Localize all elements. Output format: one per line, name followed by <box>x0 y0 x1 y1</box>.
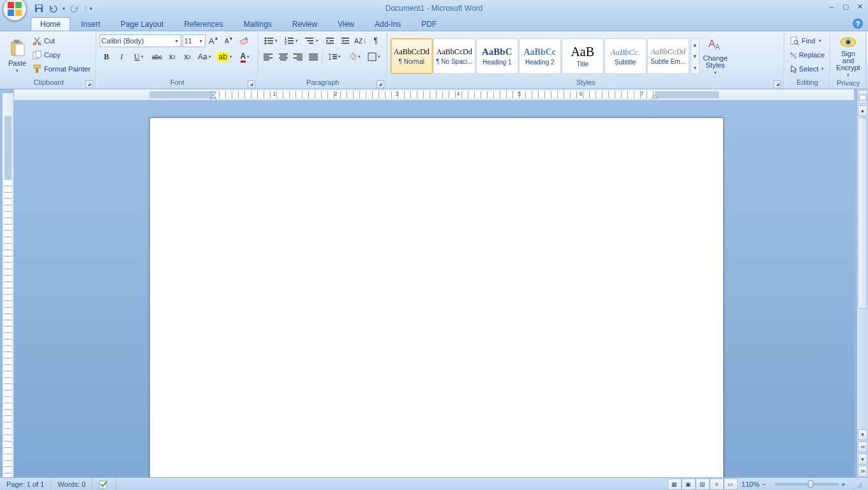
tab-mailings[interactable]: Mailings <box>234 17 281 31</box>
prev-page-button[interactable]: ≪ <box>858 442 867 452</box>
qat-undo-dropdown[interactable]: ▼ <box>61 6 66 11</box>
scroll-up-button[interactable]: ▲ <box>858 105 867 116</box>
proofing-status[interactable] <box>93 478 116 490</box>
tab-insert[interactable]: Insert <box>71 17 110 31</box>
align-right-button[interactable] <box>292 50 305 64</box>
tab-home[interactable]: Home <box>31 17 70 31</box>
font-launcher[interactable]: ◢ <box>248 80 255 88</box>
style-heading-1[interactable]: AaBbCHeading 1 <box>476 38 518 74</box>
minimize-button[interactable]: – <box>827 3 836 10</box>
right-indent-marker-icon[interactable] <box>652 95 658 101</box>
paste-button[interactable]: Paste ▾ <box>4 34 30 78</box>
bullets-button[interactable]: ▾ <box>262 34 281 48</box>
select-button[interactable]: Select▾ <box>788 62 827 76</box>
sign-encrypt-button[interactable]: Sign and Encrypt▾ <box>834 34 863 79</box>
tab-add-ins[interactable]: Add-Ins <box>365 17 410 31</box>
help-button[interactable]: ? <box>853 19 863 29</box>
format-painter-button[interactable]: Format Painter <box>30 62 93 76</box>
grow-font-button[interactable]: A▲ <box>207 34 221 48</box>
font-family-select[interactable]: Calibri (Body)▼ <box>100 34 181 47</box>
qat-customize-dropdown[interactable]: ▼ <box>86 6 91 11</box>
vertical-ruler[interactable] <box>3 93 14 477</box>
bold-button[interactable]: B <box>100 50 114 64</box>
font-family-value: Calibri (Body) <box>101 37 144 45</box>
find-button[interactable]: Find▾ <box>788 34 827 48</box>
proofing-icon <box>99 480 109 489</box>
styles-launcher[interactable]: ◢ <box>774 80 781 88</box>
replace-button[interactable]: abReplace <box>788 48 827 62</box>
cut-button[interactable]: Cut <box>30 34 93 48</box>
zoom-level[interactable]: 110% <box>742 480 760 488</box>
web-layout-view[interactable]: ▤ <box>696 479 710 490</box>
indent-marker-icon[interactable] <box>210 89 216 101</box>
vertical-scrollbar[interactable]: ▲ ▼ ≪ ● ≫ <box>857 89 868 477</box>
style-subtle-em-[interactable]: AaBbCcDdSubtle Em... <box>647 38 689 74</box>
tab-view[interactable]: View <box>328 17 364 31</box>
paragraph-launcher[interactable]: ◢ <box>377 80 384 88</box>
font-color-button[interactable]: A▾ <box>236 50 255 64</box>
tab-references[interactable]: References <box>174 17 232 31</box>
zoom-slider[interactable] <box>775 483 839 486</box>
style-heading-2[interactable]: AaBbCcHeading 2 <box>519 38 561 74</box>
copy-button[interactable]: Copy <box>30 48 93 62</box>
numbering-button[interactable]: 123▾ <box>282 34 301 48</box>
scroll-down-button[interactable]: ▼ <box>858 429 867 440</box>
increase-indent-button[interactable] <box>338 34 352 48</box>
page[interactable] <box>149 117 724 477</box>
show-hide-button[interactable]: ¶ <box>369 34 383 48</box>
style-preview: AaBbC <box>482 47 513 57</box>
scroll-thumb[interactable] <box>858 117 867 309</box>
zoom-thumb[interactable] <box>808 480 813 488</box>
style-title[interactable]: AaBTitle <box>562 38 604 74</box>
ruler-toggle-button[interactable] <box>858 90 867 104</box>
change-case-button[interactable]: Aa▾ <box>196 50 215 64</box>
shrink-font-button[interactable]: A▼ <box>222 34 236 48</box>
line-spacing-button[interactable]: ▾ <box>326 50 344 64</box>
zoom-out-button[interactable]: − <box>762 480 772 488</box>
subscript-button[interactable]: x2 <box>165 50 179 64</box>
shading-button[interactable]: ▾ <box>345 50 364 64</box>
ruler-mark: 2 <box>334 91 337 97</box>
change-styles-button[interactable]: AA Change Styles▾ <box>701 36 730 77</box>
align-left-button[interactable] <box>262 50 275 64</box>
align-center-button[interactable] <box>276 50 290 64</box>
horizontal-ruler[interactable]: 1234567 <box>14 89 854 101</box>
highlight-button[interactable]: ab▾ <box>216 50 235 64</box>
qat-save-button[interactable] <box>33 3 45 14</box>
resize-grip[interactable] <box>855 480 867 488</box>
print-layout-view[interactable]: ▦ <box>668 479 682 490</box>
close-button[interactable]: ✕ <box>855 3 864 10</box>
style--normal[interactable]: AaBbCcDd¶ Normal <box>391 38 433 74</box>
clipboard-launcher[interactable]: ◢ <box>86 80 93 88</box>
justify-button[interactable] <box>306 50 320 64</box>
italic-button[interactable]: I <box>115 50 129 64</box>
outline-view[interactable]: ≡ <box>710 479 724 490</box>
multilevel-list-button[interactable]: ▾ <box>303 34 322 48</box>
style--no-spaci-[interactable]: AaBbCcDd¶ No Spaci... <box>433 38 475 74</box>
restore-button[interactable]: ▢ <box>841 3 850 10</box>
decrease-indent-button[interactable] <box>323 34 337 48</box>
styles-gallery-more[interactable]: ▲▼▾ <box>691 38 700 74</box>
browse-object-button[interactable]: ● <box>858 454 867 464</box>
style-subtitle[interactable]: AaBbCc.Subtitle <box>604 38 647 74</box>
tab-pdf[interactable]: PDF <box>412 17 446 31</box>
svg-rect-38 <box>264 59 269 61</box>
qat-undo-button[interactable] <box>47 3 59 14</box>
page-status[interactable]: Page: 1 of 1 <box>0 478 51 490</box>
draft-view[interactable]: ▭ <box>724 479 738 490</box>
borders-button[interactable]: ▾ <box>366 50 384 64</box>
sort-button[interactable]: AZ↓ <box>354 34 368 48</box>
superscript-button[interactable]: x2 <box>181 50 195 64</box>
tab-review[interactable]: Review <box>283 17 327 31</box>
full-screen-view[interactable]: ▣ <box>682 479 696 490</box>
strikethrough-button[interactable]: abc <box>150 50 164 64</box>
font-size-select[interactable]: 11▼ <box>183 34 206 47</box>
next-page-button[interactable]: ≫ <box>858 466 867 477</box>
underline-button[interactable]: U▾ <box>130 50 149 64</box>
tab-page-layout[interactable]: Page Layout <box>111 17 173 31</box>
qat-redo-button[interactable] <box>69 3 80 14</box>
word-count-status[interactable]: Words: 0 <box>51 478 93 490</box>
zoom-in-button[interactable]: + <box>841 480 851 488</box>
clear-formatting-button[interactable]: A <box>237 34 251 48</box>
svg-rect-21 <box>288 38 294 39</box>
